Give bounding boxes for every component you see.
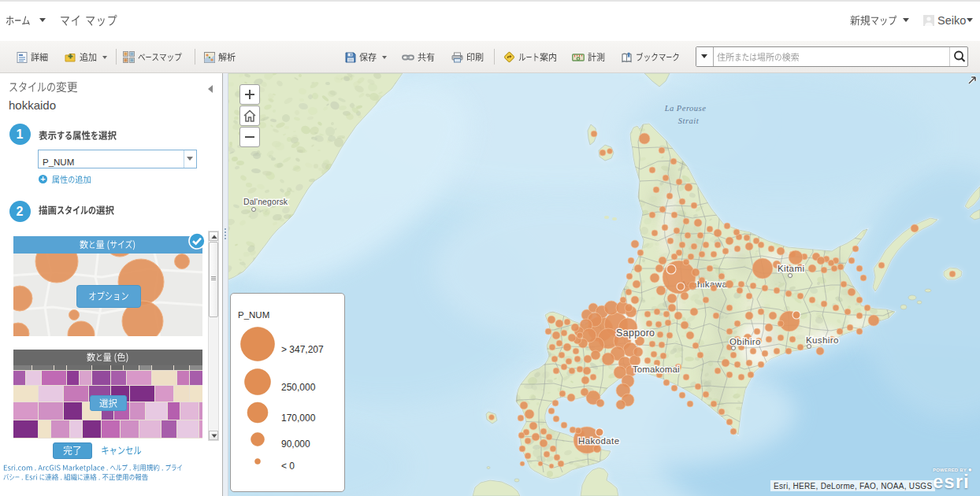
- svg-text:Tomakomai: Tomakomai: [633, 365, 680, 374]
- svg-text:Hakodate: Hakodate: [578, 436, 619, 446]
- svg-text:Kushiro: Kushiro: [806, 335, 839, 345]
- svg-text:Strait: Strait: [678, 117, 700, 125]
- svg-text:Dal'negorsk: Dal'negorsk: [243, 197, 288, 206]
- svg-text:Obihiro: Obihiro: [729, 337, 761, 346]
- svg-text:La Perouse: La Perouse: [664, 104, 707, 113]
- svg-text:Kitami: Kitami: [778, 264, 804, 273]
- svg-text:Sapporo: Sapporo: [616, 328, 655, 339]
